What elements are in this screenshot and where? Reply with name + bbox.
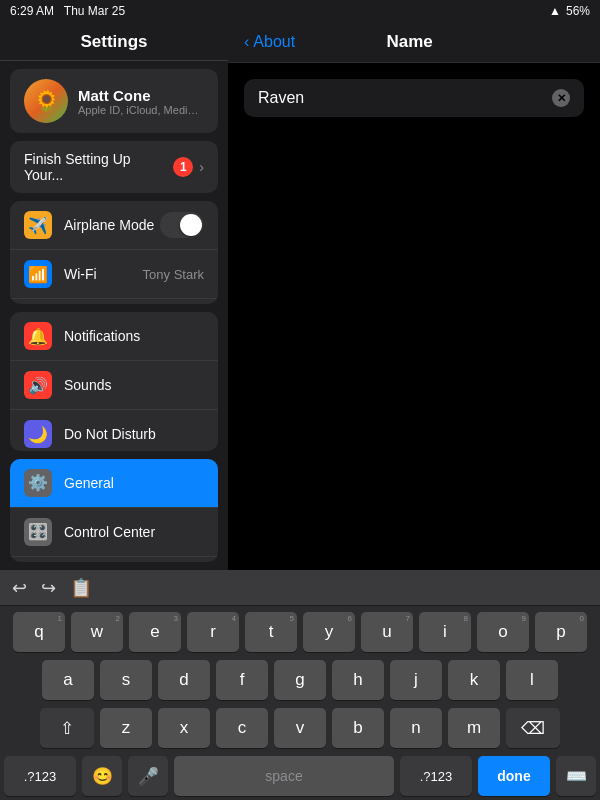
right-panel: ‹ About Name ✕ <box>228 22 600 570</box>
notifications-label: Notifications <box>64 328 204 344</box>
settings-item-airplane[interactable]: ✈️ Airplane Mode <box>10 201 218 250</box>
key-o[interactable]: 9o <box>477 612 529 652</box>
key-m[interactable]: m <box>448 708 500 748</box>
controlcenter-label: Control Center <box>64 524 204 540</box>
key-q[interactable]: 1q <box>13 612 65 652</box>
notifications-icon: 🔔 <box>24 322 52 350</box>
profile-row[interactable]: 🌻 Matt Cone Apple ID, iCloud, Media &... <box>10 69 218 133</box>
profile-sub: Apple ID, iCloud, Media &... <box>78 104 204 116</box>
settings-item-controlcenter[interactable]: 🎛️ Control Center <box>10 508 218 557</box>
right-content: ✕ <box>228 63 600 570</box>
wifi-settings-icon: 📶 <box>24 260 52 288</box>
key-y[interactable]: 6y <box>303 612 355 652</box>
main-layout: Settings 🌻 Matt Cone Apple ID, iCloud, M… <box>0 22 600 570</box>
donotdisturb-icon: 🌙 <box>24 420 52 448</box>
key-p[interactable]: 0p <box>535 612 587 652</box>
wifi-label: Wi-Fi <box>64 266 143 282</box>
keyboard-area: ↩ ↪ 📋 1q 2w 3e 4r 5t 6y 7u 8i 9o 0p a s … <box>0 570 600 800</box>
profile-info: Matt Cone Apple ID, iCloud, Media &... <box>78 87 204 116</box>
key-l[interactable]: l <box>506 660 558 700</box>
wifi-icon: ▲ <box>549 4 561 18</box>
key-i[interactable]: 8i <box>419 612 471 652</box>
name-input-row[interactable]: ✕ <box>244 79 584 117</box>
numbers-key[interactable]: .?123 <box>4 756 76 796</box>
key-row-2: a s d f g h j k l <box>4 660 596 700</box>
battery-indicator: 56% <box>566 4 590 18</box>
undo-button[interactable]: ↩ <box>12 577 27 599</box>
key-w[interactable]: 2w <box>71 612 123 652</box>
key-e[interactable]: 3e <box>129 612 181 652</box>
donotdisturb-label: Do Not Disturb <box>64 426 204 442</box>
key-j[interactable]: j <box>390 660 442 700</box>
wifi-value: Tony Stark <box>143 267 204 282</box>
status-indicators: ▲ 56% <box>549 4 590 18</box>
key-f[interactable]: f <box>216 660 268 700</box>
sidebar-title: Settings <box>0 22 228 61</box>
status-bar: 6:29 AM Thu Mar 25 ▲ 56% <box>0 0 600 22</box>
keyboard-rows: 1q 2w 3e 4r 5t 6y 7u 8i 9o 0p a s d f g … <box>0 606 600 800</box>
clear-button[interactable]: ✕ <box>552 89 570 107</box>
airplane-toggle[interactable] <box>160 212 204 238</box>
key-h[interactable]: h <box>332 660 384 700</box>
settings-group-connectivity: ✈️ Airplane Mode 📶 Wi-Fi Tony Stark 🔵 Bl… <box>10 201 218 304</box>
settings-item-display[interactable]: AA Display & Brightness <box>10 557 218 562</box>
key-g[interactable]: g <box>274 660 326 700</box>
settings-group-system: 🔔 Notifications 🔊 Sounds 🌙 Do Not Distur… <box>10 312 218 450</box>
settings-item-general[interactable]: ⚙️ General <box>10 459 218 508</box>
key-s[interactable]: s <box>100 660 152 700</box>
emoji-key[interactable]: 😊 <box>82 756 122 796</box>
setup-label: Finish Setting Up Your... <box>24 151 173 183</box>
done-key[interactable]: done <box>478 756 550 796</box>
settings-item-bluetooth[interactable]: 🔵 Bluetooth On <box>10 299 218 304</box>
setup-row[interactable]: Finish Setting Up Your... 1 › <box>10 141 218 193</box>
profile-name: Matt Cone <box>78 87 204 104</box>
space-key[interactable]: space <box>174 756 394 796</box>
redo-button[interactable]: ↪ <box>41 577 56 599</box>
settings-item-notifications[interactable]: 🔔 Notifications <box>10 312 218 361</box>
key-x[interactable]: x <box>158 708 210 748</box>
chevron-right-icon: › <box>199 159 204 175</box>
general-label: General <box>64 475 204 491</box>
keyboard-toolbar: ↩ ↪ 📋 <box>0 570 600 606</box>
key-k[interactable]: k <box>448 660 500 700</box>
shift-key[interactable]: ⇧ <box>40 708 94 748</box>
keyboard-icon-key[interactable]: ⌨️ <box>556 756 596 796</box>
key-row-3: ⇧ z x c v b n m ⌫ <box>4 708 596 748</box>
settings-group-more: ⚙️ General 🎛️ Control Center AA Display … <box>10 459 218 562</box>
controlcenter-icon: 🎛️ <box>24 518 52 546</box>
sounds-icon: 🔊 <box>24 371 52 399</box>
settings-item-donotdisturb[interactable]: 🌙 Do Not Disturb <box>10 410 218 450</box>
key-u[interactable]: 7u <box>361 612 413 652</box>
airplane-icon: ✈️ <box>24 211 52 239</box>
key-r[interactable]: 4r <box>187 612 239 652</box>
back-button[interactable]: ‹ About <box>244 33 295 51</box>
key-v[interactable]: v <box>274 708 326 748</box>
status-time: 6:29 AM Thu Mar 25 <box>10 4 125 18</box>
key-c[interactable]: c <box>216 708 268 748</box>
delete-key[interactable]: ⌫ <box>506 708 560 748</box>
key-b[interactable]: b <box>332 708 384 748</box>
settings-item-sounds[interactable]: 🔊 Sounds <box>10 361 218 410</box>
back-label: About <box>253 33 295 51</box>
avatar: 🌻 <box>24 79 68 123</box>
key-t[interactable]: 5t <box>245 612 297 652</box>
key-d[interactable]: d <box>158 660 210 700</box>
key-row-1: 1q 2w 3e 4r 5t 6y 7u 8i 9o 0p <box>4 612 596 652</box>
key-a[interactable]: a <box>42 660 94 700</box>
sounds-label: Sounds <box>64 377 204 393</box>
right-header: ‹ About Name <box>228 22 600 63</box>
setup-badge: 1 <box>173 157 193 177</box>
airplane-label: Airplane Mode <box>64 217 160 233</box>
sidebar: Settings 🌻 Matt Cone Apple ID, iCloud, M… <box>0 22 228 570</box>
key-n[interactable]: n <box>390 708 442 748</box>
paste-button[interactable]: 📋 <box>70 577 92 599</box>
back-chevron-icon: ‹ <box>244 33 249 51</box>
right-panel-title: Name <box>295 32 524 52</box>
name-input[interactable] <box>258 89 552 107</box>
mic-key[interactable]: 🎤 <box>128 756 168 796</box>
numbers-key-right[interactable]: .?123 <box>400 756 472 796</box>
settings-item-wifi[interactable]: 📶 Wi-Fi Tony Stark <box>10 250 218 299</box>
key-row-4: .?123 😊 🎤 space .?123 done ⌨️ <box>4 756 596 796</box>
general-icon: ⚙️ <box>24 469 52 497</box>
key-z[interactable]: z <box>100 708 152 748</box>
